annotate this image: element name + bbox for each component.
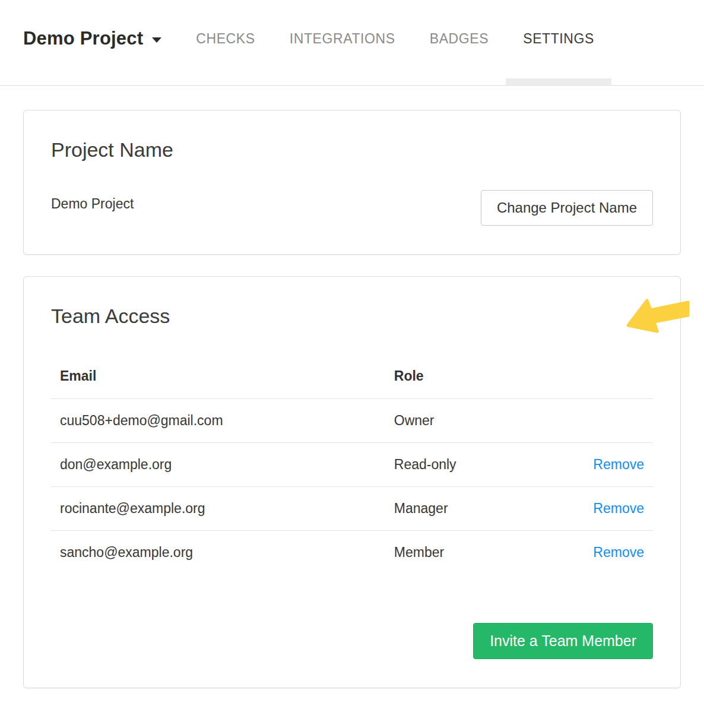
tab-integrations[interactable]: INTEGRATIONS [272, 0, 413, 85]
remove-member-link[interactable]: Remove [593, 457, 644, 472]
member-email: cuu508+demo@gmail.com [51, 399, 385, 443]
member-email: sancho@example.org [51, 531, 385, 575]
nav-tabs: CHECKS INTEGRATIONS BADGES SETTINGS [179, 0, 611, 85]
member-role: Owner [385, 399, 578, 443]
project-switcher[interactable]: Demo Project [23, 28, 161, 57]
member-action-cell: Remove [578, 531, 653, 575]
team-access-card: Team Access Email Role cuu508+demo@gmail… [23, 276, 681, 688]
member-role: Manager [385, 487, 578, 531]
member-action-cell: Remove [578, 487, 653, 531]
top-navigation: Demo Project CHECKS INTEGRATIONS BADGES … [0, 0, 704, 86]
role-column-header: Role [385, 359, 578, 399]
member-action-cell [578, 399, 653, 443]
email-column-header: Email [51, 359, 385, 399]
tab-settings[interactable]: SETTINGS [506, 0, 611, 85]
member-email: rocinante@example.org [51, 487, 385, 531]
remove-member-link[interactable]: Remove [593, 501, 644, 516]
current-project-name: Demo Project [51, 196, 134, 212]
settings-page: Project Name Demo Project Change Project… [23, 110, 681, 688]
invite-team-member-button[interactable]: Invite a Team Member [473, 623, 653, 659]
team-members-table: Email Role cuu508+demo@gmail.com Owner d… [51, 359, 653, 574]
member-role: Member [385, 531, 578, 575]
table-row: rocinante@example.org Manager Remove [51, 487, 653, 531]
tab-checks[interactable]: CHECKS [179, 0, 272, 85]
tab-badges[interactable]: BADGES [413, 0, 506, 85]
table-header-row: Email Role [51, 359, 653, 399]
team-access-card-title: Team Access [51, 304, 653, 328]
project-name-card-title: Project Name [51, 138, 653, 162]
caret-down-icon [152, 37, 161, 43]
project-name-card: Project Name Demo Project Change Project… [23, 110, 681, 255]
table-row: cuu508+demo@gmail.com Owner [51, 399, 653, 443]
member-action-cell: Remove [578, 443, 653, 487]
remove-member-link[interactable]: Remove [593, 545, 644, 560]
member-email: don@example.org [51, 443, 385, 487]
action-column-header [578, 359, 653, 399]
table-row: sancho@example.org Member Remove [51, 531, 653, 575]
change-project-name-button[interactable]: Change Project Name [481, 190, 653, 226]
member-role: Read-only [385, 443, 578, 487]
table-row: don@example.org Read-only Remove [51, 443, 653, 487]
project-title: Demo Project [23, 28, 143, 49]
